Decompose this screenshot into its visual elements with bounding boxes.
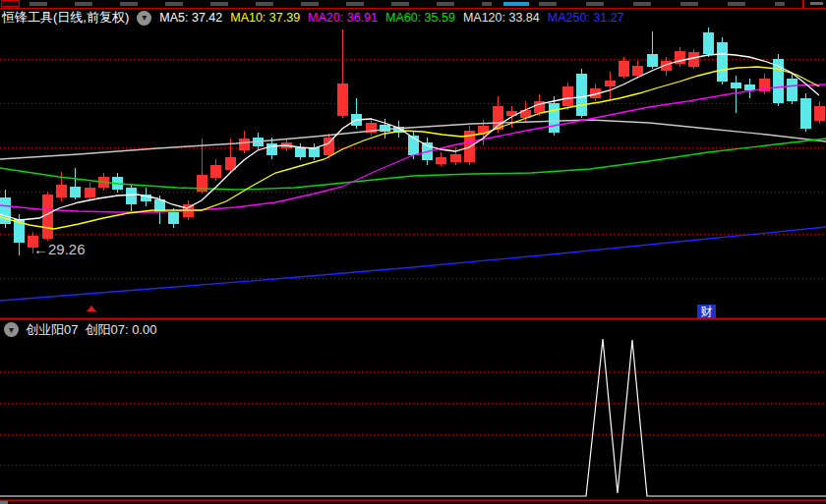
chevron-down-icon[interactable]: ▾ [4,322,19,337]
menu-item-highlighted [503,2,529,6]
ma-value-2: MA20: 36.91 [308,11,378,25]
low-price-annotation: ←29.26 [33,241,86,257]
ma-value-4: MA120: 33.84 [463,11,540,25]
window-controls-clipped [810,2,823,5]
ma-value-3: MA60: 35.59 [385,11,455,25]
chart-header: 恒锋工具(日线,前复权) ▾ MA5: 37.42 MA10: 37.39 MA… [2,9,624,27]
stock-app-window: 恒锋工具(日线,前复权) ▾ MA5: 37.42 MA10: 37.39 MA… [0,0,826,504]
pane-separators [0,319,826,501]
menu-items-clipped-right [539,2,785,6]
top-menu-bar[interactable] [0,0,826,9]
menu-left-button[interactable] [1,0,20,7]
buy-signal-marker [87,306,96,311]
ma-value-5: MA250: 31.27 [548,11,624,25]
finance-info-badge[interactable]: 财 [697,305,716,318]
menu-divider [802,0,804,8]
ma-value-0: MA5: 37.42 [159,11,222,25]
ma-line-ma250 [0,227,826,301]
sub-gridlines [0,372,826,466]
chart-title: 恒锋工具(日线,前复权) [2,9,129,27]
indicator-value: 创阳07: 0.00 [85,321,156,339]
indicator-name: 创业阳07 [26,321,78,339]
indicator-header: ▾ 创业阳07 创阳07: 0.00 [4,321,156,338]
indicator-spike-line [0,339,826,496]
ma-lines [0,54,826,301]
chevron-down-icon[interactable]: ▾ [137,11,151,26]
menu-items-clipped [30,2,492,6]
ma-value-1: MA10: 37.39 [230,11,300,25]
candlesticks [0,28,825,255]
price-chart-canvas[interactable] [0,0,826,504]
main-gridlines [0,60,826,279]
